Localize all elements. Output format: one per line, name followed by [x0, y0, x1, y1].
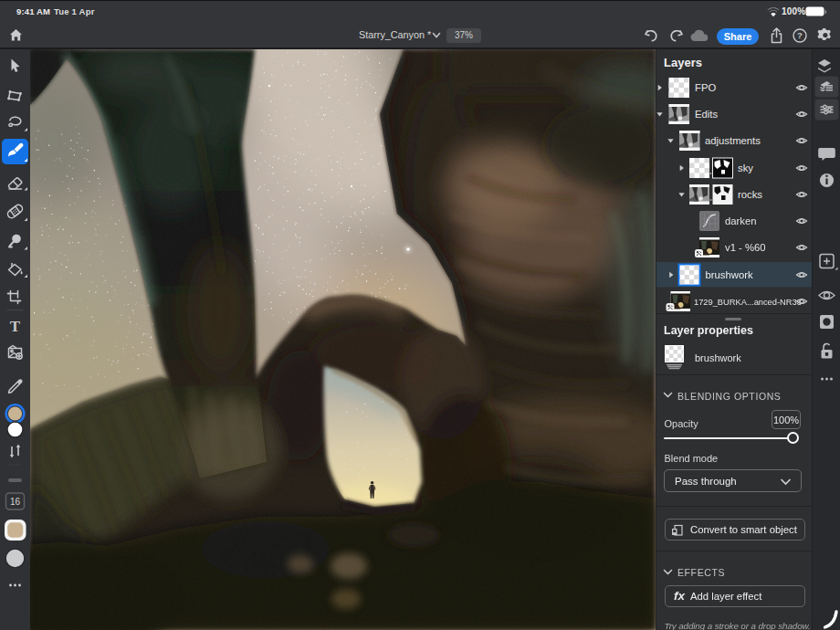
svg-text:brushwork: brushwork	[706, 269, 753, 280]
svg-text:16: 16	[10, 497, 21, 507]
svg-text:T: T	[10, 318, 21, 335]
svg-text:1729_BURKA...anced-NR33: 1729_BURKA...anced-NR33	[694, 298, 802, 307]
svg-text:Edits: Edits	[695, 109, 718, 120]
svg-text:sky: sky	[738, 163, 753, 173]
svg-text:v1 - %60: v1 - %60	[725, 242, 766, 253]
svg-text:FPO: FPO	[695, 82, 716, 93]
svg-text:?: ?	[797, 30, 803, 40]
svg-text:adjustments: adjustments	[705, 135, 761, 146]
svg-text:darken: darken	[725, 215, 757, 226]
svg-text:rocks: rocks	[738, 189, 762, 200]
